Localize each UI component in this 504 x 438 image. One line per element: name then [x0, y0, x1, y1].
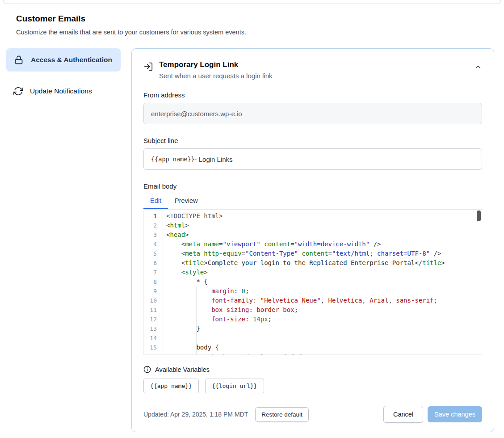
variable-chip-app-name[interactable]: {{app_name}} — [143, 379, 199, 393]
log-in-icon — [143, 62, 153, 80]
code-line: 6 <title>Complete your login to the Repl… — [144, 258, 482, 268]
card-subtitle: Sent when a user requests a login link — [159, 72, 272, 80]
page-subtitle: Customize the emails that are sent to yo… — [16, 29, 488, 36]
refresh-icon — [13, 86, 23, 96]
sidebar-item-label: Access & Authentication — [31, 55, 112, 65]
sidebar-item-label: Update Notifications — [30, 86, 92, 97]
updated-timestamp: Updated: Apr 29, 2025, 1:18 PM MDT — [143, 411, 248, 418]
code-line: 12 font-size: 14px; — [144, 315, 482, 324]
temporary-login-link-card: Temporary Login Link Sent when a user re… — [131, 48, 494, 432]
code-line: 9 margin: 0; — [144, 286, 482, 296]
from-address-label: From address — [143, 91, 482, 99]
code-line: 8 * { — [144, 277, 482, 286]
lock-icon — [13, 55, 24, 65]
chevron-up-icon[interactable] — [474, 63, 482, 80]
variable-chip-login-url[interactable]: {{login_url}} — [205, 379, 264, 393]
editor-scrollbar-thumb[interactable] — [477, 211, 481, 221]
code-line: 2<html> — [144, 221, 482, 230]
code-line: 7 <style> — [144, 268, 482, 277]
page-title: Customer Emails — [16, 14, 488, 24]
sidebar-item-update-notifications[interactable]: Update Notifications — [6, 80, 121, 103]
available-variables-label: Available Variables — [155, 366, 210, 373]
code-line: 11 box-sizing: border-box; — [144, 305, 482, 315]
tab-preview[interactable]: Preview — [168, 193, 205, 209]
code-line: 10 font-family: "Helvetica Neue", Helvet… — [144, 296, 482, 305]
available-variables-row: Available Variables — [143, 366, 482, 373]
save-changes-button[interactable]: Save changes — [428, 406, 482, 422]
subject-line-input[interactable]: {{app_name}} - Login Links — [143, 148, 482, 170]
code-line: 1<!DOCTYPE html> — [144, 211, 482, 221]
editor-tabs: Edit Preview — [143, 193, 482, 209]
code-line: 3<head> — [144, 230, 482, 240]
email-body-label: Email body — [143, 182, 482, 190]
subject-text: - Login Links — [195, 156, 233, 163]
subject-line-label: Subject line — [143, 137, 482, 144]
code-line: 5 <meta http-equiv="Content-Type" conten… — [144, 249, 482, 258]
code-lines: 1<!DOCTYPE html>2<html>3<head>4 <meta na… — [144, 211, 482, 355]
info-icon — [143, 366, 151, 373]
subject-variable-token: {{app_name}} — [151, 156, 195, 163]
code-line: 14 — [144, 333, 482, 343]
page-header: Customer Emails Customize the emails tha… — [16, 14, 488, 36]
code-line: 16 background-color: #f9f9f9; — [144, 352, 482, 355]
variable-chips: {{app_name}} {{login_url}} — [143, 379, 482, 393]
previous-card-bottom-edge — [3, 0, 501, 4]
cancel-button[interactable]: Cancel — [383, 406, 423, 423]
card-header: Temporary Login Link Sent when a user re… — [143, 60, 482, 80]
code-line: 15 body { — [144, 343, 482, 352]
sidebar-item-access-authentication[interactable]: Access & Authentication — [6, 48, 121, 72]
from-address-input[interactable] — [143, 103, 482, 124]
code-line: 4 <meta name="viewport" content="width=d… — [144, 240, 482, 249]
email-types-sidebar: Access & Authentication Update Notificat… — [6, 48, 121, 103]
tab-edit[interactable]: Edit — [143, 193, 168, 209]
card-footer: Updated: Apr 29, 2025, 1:18 PM MDT Resto… — [143, 406, 482, 423]
card-title: Temporary Login Link — [159, 60, 272, 69]
restore-default-button[interactable]: Restore default — [255, 407, 309, 422]
email-body-code-editor[interactable]: 1<!DOCTYPE html>2<html>3<head>4 <meta na… — [143, 209, 482, 355]
code-line: 13 } — [144, 324, 482, 333]
indent-guide — [196, 287, 197, 354]
